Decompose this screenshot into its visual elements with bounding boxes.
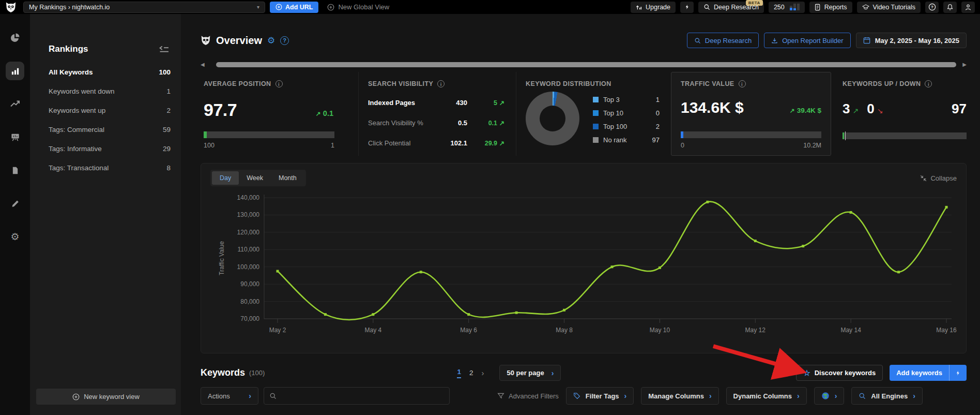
manage-columns-dropdown[interactable]: Manage Columns › bbox=[641, 387, 718, 405]
video-tutorials-button[interactable]: Video Tutorials bbox=[857, 2, 921, 13]
main-content: Overview ⚙ ? Deep Research Open Report B… bbox=[181, 14, 980, 415]
date-range-picker[interactable]: May 2, 2025 - May 16, 2025 bbox=[856, 33, 967, 48]
keywords-up-down-bar bbox=[843, 132, 967, 139]
svg-text:May 2: May 2 bbox=[269, 327, 286, 334]
help-circle-icon: ? bbox=[928, 3, 936, 11]
filter-tags-dropdown[interactable]: Filter Tags › bbox=[566, 387, 634, 405]
upgrade-button[interactable]: Upgrade bbox=[631, 2, 676, 13]
add-url-label: Add URL bbox=[285, 4, 313, 11]
next-page-icon[interactable]: › bbox=[481, 368, 484, 377]
discover-keywords-button[interactable]: ☆ Discover keywords bbox=[796, 365, 883, 381]
manage-columns-label: Manage Columns bbox=[648, 392, 704, 400]
tab-week[interactable]: Week bbox=[239, 171, 271, 185]
legend-label: Top 100 bbox=[603, 123, 627, 130]
info-icon[interactable]: i bbox=[925, 80, 932, 87]
trend-up-icon: ↗ bbox=[499, 99, 504, 107]
search-icon bbox=[694, 37, 701, 44]
dynamic-columns-dropdown[interactable]: Dynamic Columns › bbox=[726, 387, 807, 405]
page-1[interactable]: 1 bbox=[457, 368, 461, 378]
overview-help-icon[interactable]: ? bbox=[280, 36, 289, 45]
chevron-right-icon: › bbox=[249, 392, 251, 400]
advanced-filters-button[interactable]: Advanced Filters bbox=[497, 392, 559, 400]
scale-min: 0 bbox=[681, 142, 684, 149]
sidebar-item-tags-informative[interactable]: Tags: Informative 29 bbox=[30, 139, 181, 158]
collapse-chart-button[interactable]: Collapse bbox=[920, 174, 957, 182]
open-report-builder-button[interactable]: Open Report Builder bbox=[764, 33, 851, 48]
collapse-sidebar-button[interactable] bbox=[159, 46, 170, 53]
discover-keywords-label: Discover keywords bbox=[815, 369, 876, 377]
keywords-count: (100) bbox=[249, 369, 265, 377]
info-icon[interactable]: i bbox=[275, 80, 283, 87]
search-icon bbox=[269, 392, 277, 399]
metric-value: 430 bbox=[435, 99, 467, 107]
svg-text:May 8: May 8 bbox=[556, 327, 573, 334]
overview-settings-gear-icon[interactable]: ⚙ bbox=[267, 36, 275, 45]
usage-meter[interactable]: 250 bbox=[769, 2, 805, 13]
project-selector[interactable]: My Rankings › nightwatch.io ▾ bbox=[23, 2, 265, 13]
info-icon[interactable]: i bbox=[739, 80, 746, 87]
scale-min: 100 bbox=[204, 142, 215, 149]
open-report-builder-label: Open Report Builder bbox=[782, 37, 844, 45]
app-logo-owl-icon[interactable] bbox=[3, 2, 19, 13]
sidebar-item-tags-transactional[interactable]: Tags: Transactional 8 bbox=[30, 158, 181, 177]
nav-site-audit[interactable] bbox=[6, 128, 24, 146]
sidebar-item-keywords-went-up[interactable]: Keywords went up 2 bbox=[30, 101, 181, 120]
reports-label: Reports bbox=[824, 4, 847, 11]
trend-line-icon bbox=[10, 99, 20, 109]
add-keywords-button[interactable]: Add keywords bbox=[890, 365, 949, 381]
deep-research-overview-button[interactable]: Deep Research bbox=[687, 33, 759, 48]
legend-row-top10: Top 10 0 bbox=[593, 106, 660, 120]
reports-button[interactable]: Reports bbox=[809, 2, 852, 13]
all-engines-dropdown[interactable]: All Engines › bbox=[851, 387, 922, 405]
notifications-button[interactable] bbox=[943, 2, 957, 13]
tab-month[interactable]: Month bbox=[271, 171, 304, 185]
help-button[interactable]: ? bbox=[925, 2, 939, 13]
nav-rankings[interactable] bbox=[6, 62, 24, 80]
cards-horizontal-scrollbar: ◀ ▶ bbox=[201, 62, 967, 68]
actions-dropdown[interactable]: Actions › bbox=[201, 387, 258, 405]
quick-actions-button[interactable] bbox=[680, 2, 694, 13]
svg-text:Traffic Value: Traffic Value bbox=[218, 241, 225, 275]
add-url-button[interactable]: Add URL bbox=[270, 2, 318, 13]
bell-icon bbox=[946, 4, 954, 11]
bar-tick bbox=[845, 131, 846, 140]
scrollbar-thumb[interactable] bbox=[216, 62, 957, 67]
view-label: Keywords went up bbox=[49, 107, 105, 114]
bar-fill-blue bbox=[681, 131, 683, 138]
keywords-search-input[interactable] bbox=[281, 392, 444, 400]
traffic-value-amount: 134.6K $ bbox=[681, 99, 744, 116]
person-icon bbox=[964, 4, 972, 11]
icon-rail: ⚙ bbox=[0, 14, 30, 415]
keywords-search[interactable] bbox=[264, 387, 450, 405]
sidebar-item-all-keywords[interactable]: All Keywords 100 bbox=[30, 63, 181, 82]
location-dropdown[interactable]: › bbox=[814, 387, 845, 405]
per-page-select[interactable]: 50 per page › bbox=[499, 365, 561, 381]
nav-settings[interactable]: ⚙ bbox=[6, 227, 24, 246]
new-keyword-view-button[interactable]: New keyword view bbox=[36, 389, 176, 405]
funnel-icon bbox=[497, 392, 504, 399]
page-2[interactable]: 2 bbox=[469, 369, 473, 377]
nav-trends[interactable] bbox=[6, 95, 24, 113]
traffic-value-bar bbox=[681, 131, 821, 138]
tab-day[interactable]: Day bbox=[212, 171, 239, 185]
svg-text:120,000: 120,000 bbox=[237, 229, 260, 236]
deep-research-button[interactable]: Deep Research BETA bbox=[698, 2, 764, 13]
keyword-distribution-card: KEYWORD DISTRIBUTION Top 3 1 Top 10 0 bbox=[516, 72, 671, 156]
scroll-left-icon[interactable]: ◀ bbox=[201, 62, 205, 67]
add-keywords-quick-button[interactable] bbox=[949, 365, 967, 381]
account-button[interactable] bbox=[961, 2, 975, 13]
sidebar-item-keywords-went-down[interactable]: Keywords went down 1 bbox=[30, 82, 181, 101]
new-global-view-button[interactable]: New Global View bbox=[327, 3, 389, 11]
scroll-right-icon[interactable]: ▶ bbox=[962, 62, 967, 67]
nav-notes[interactable] bbox=[6, 194, 24, 213]
scale-max: 10.2M bbox=[803, 142, 821, 149]
scrollbar-track[interactable] bbox=[209, 62, 959, 67]
chevron-right-icon: › bbox=[552, 369, 554, 377]
legend-row-norank: No rank 97 bbox=[593, 133, 660, 146]
info-icon[interactable]: i bbox=[437, 80, 445, 87]
nav-dashboard-pie[interactable] bbox=[6, 28, 24, 47]
legend-row-top3: Top 3 1 bbox=[593, 93, 660, 106]
nav-pages[interactable] bbox=[6, 161, 24, 180]
view-label: All Keywords bbox=[49, 68, 93, 76]
sidebar-item-tags-commercial[interactable]: Tags: Commercial 59 bbox=[30, 120, 181, 139]
